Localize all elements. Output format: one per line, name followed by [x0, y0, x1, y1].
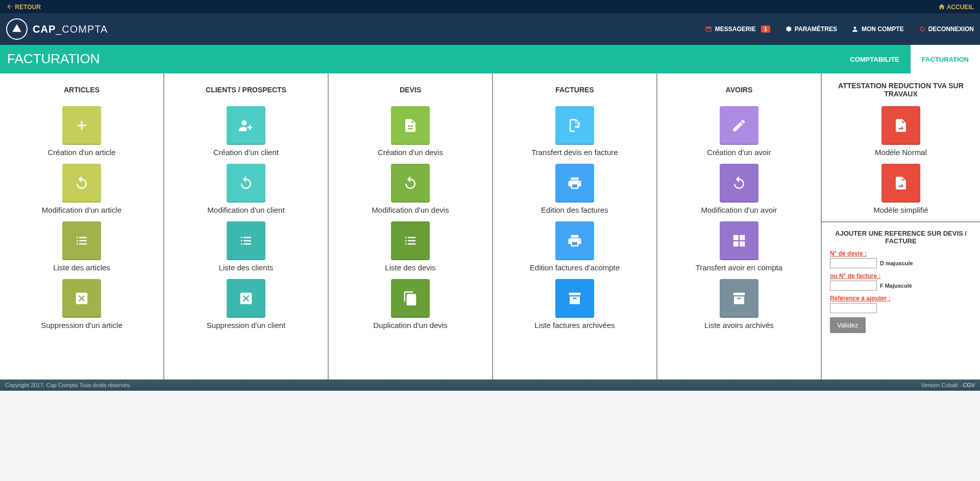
input-facture[interactable]: [830, 281, 877, 291]
gear-icon: [785, 26, 792, 33]
nav-parametres[interactable]: PARAMÈTRES: [785, 26, 837, 33]
col-clients: CLIENTS / PROSPECTS Création d'un client…: [164, 73, 329, 379]
col-devis-title: DEVIS: [333, 81, 488, 99]
undo-icon: [720, 164, 758, 202]
action-client-create[interactable]: Création d'un client: [168, 106, 324, 157]
cgv-link[interactable]: CGV: [963, 382, 975, 388]
input-devis[interactable]: [830, 258, 877, 268]
main-content: ARTICLES Création d'un article Modificat…: [0, 73, 980, 379]
action-devis-list[interactable]: Liste des devis: [333, 221, 488, 272]
action-devis-modify[interactable]: Modification d'un devis: [333, 164, 488, 214]
section-bar: FACTURATION COMPTABILITE FACTURATION: [0, 45, 980, 73]
action-article-delete[interactable]: Suppression d'un article: [4, 279, 159, 330]
nav-deconnexion[interactable]: DECONNEXION: [918, 26, 974, 33]
action-client-modify[interactable]: Modification d'un client: [168, 164, 324, 214]
action-facture-transfer-label: Transfert devis en facture: [531, 148, 618, 157]
messagerie-badge: 1: [761, 26, 770, 33]
user-icon: [851, 26, 859, 33]
undo-icon: [227, 164, 265, 202]
action-attestation-simple-label: Modèle simplifié: [873, 206, 928, 214]
action-avoir-modify[interactable]: Modification d'un avoir: [662, 164, 817, 214]
action-devis-create[interactable]: Création d'un devis: [333, 106, 488, 157]
col-avoirs: AVOIRS Création d'un avoir Modification …: [657, 73, 822, 379]
nav-messagerie[interactable]: MESSAGERIE 1: [705, 26, 770, 33]
home-label: ACCUEIL: [947, 4, 974, 11]
action-attestation-normal[interactable]: Modèle Normal: [826, 106, 976, 157]
delete-icon: [62, 279, 101, 318]
action-client-modify-label: Modification d'un client: [207, 206, 284, 214]
action-client-create-label: Création d'un client: [213, 148, 279, 157]
home-link[interactable]: ACCUEIL: [938, 3, 974, 11]
action-avoir-archive[interactable]: Liste avoirs archivés: [662, 279, 817, 330]
user-plus-icon: [227, 106, 265, 145]
col-attestation-title: ATTESTATION REDUCTION TVA SUR TRAVAUX: [826, 81, 976, 99]
archive-icon: [720, 279, 758, 318]
tab-comptabilite[interactable]: COMPTABILITE: [839, 45, 911, 73]
action-article-create-label: Création d'un article: [48, 148, 116, 157]
action-article-modify-label: Modification d'un article: [42, 206, 121, 214]
undo-icon: [391, 164, 430, 202]
list-icon: [62, 221, 101, 260]
action-article-list-label: Liste des articles: [53, 263, 110, 272]
arrow-left-icon: [6, 4, 13, 11]
col-articles: ARTICLES Création d'un article Modificat…: [0, 73, 164, 379]
action-avoir-modify-label: Modification d'un avoir: [701, 206, 777, 214]
action-avoir-transfer[interactable]: Transfert avoir en compta: [662, 221, 817, 272]
col-articles-title: ARTICLES: [4, 81, 159, 99]
action-facture-edit[interactable]: Edition des factures: [497, 164, 652, 214]
action-client-delete[interactable]: Suppression d'un client: [168, 279, 324, 330]
label-facture: ou N° de facture :: [830, 272, 972, 280]
transfer-icon: [555, 106, 594, 145]
nav-mon-compte[interactable]: MON COMPTE: [851, 26, 904, 33]
action-attestation-normal-label: Modèle Normal: [875, 148, 927, 157]
action-client-list[interactable]: Liste des clients: [168, 221, 324, 272]
print-icon: [555, 164, 594, 202]
section-tabs: COMPTABILITE FACTURATION: [839, 45, 980, 73]
list-icon: [391, 221, 430, 260]
action-devis-dup-label: Duplication d'un devis: [373, 321, 447, 330]
col-devis: DEVIS Création d'un devis Modification d…: [329, 73, 493, 379]
action-avoir-create-label: Création d'un avoir: [707, 148, 771, 157]
action-avoir-archive-label: Liste avoirs archivés: [704, 321, 774, 330]
reference-panel: AJOUTER UNE REFERENCE SUR DEVIS / FACTUR…: [822, 222, 980, 340]
label-reference: Référence à ajouter :: [830, 295, 972, 302]
col-factures-title: FACTURES: [497, 81, 652, 99]
col-factures: FACTURES Transfert devis en facture Edit…: [493, 73, 657, 379]
print-icon: [555, 221, 594, 260]
nav-deconnexion-label: DECONNEXION: [928, 26, 974, 33]
action-avoir-transfer-label: Transfert avoir en compta: [696, 263, 782, 272]
topbar: RETOUR ACCUEIL: [0, 0, 980, 13]
pdf-icon: [881, 164, 920, 202]
grid-icon: [720, 221, 758, 260]
brand: CAP_COMPTA: [6, 18, 108, 40]
input-reference[interactable]: [830, 303, 877, 313]
action-devis-modify-label: Modification d'un devis: [372, 206, 449, 214]
nav-mon-compte-label: MON COMPTE: [862, 26, 904, 33]
back-label: RETOUR: [15, 4, 40, 11]
action-avoir-create[interactable]: Création d'un avoir: [662, 106, 817, 157]
mail-icon: [705, 26, 712, 33]
action-attestation-simple[interactable]: Modèle simplifié: [826, 164, 976, 214]
action-article-list[interactable]: Liste des articles: [4, 221, 159, 272]
action-devis-list-label: Liste des devis: [385, 263, 435, 272]
undo-icon: [62, 164, 101, 202]
nav-messagerie-label: MESSAGERIE: [715, 26, 756, 33]
reference-panel-title: AJOUTER UNE REFERENCE SUR DEVIS / FACTUR…: [830, 230, 972, 245]
action-facture-archive[interactable]: Liste factures archivées: [497, 279, 652, 330]
validate-button[interactable]: Validez: [830, 317, 866, 333]
back-link[interactable]: RETOUR: [6, 3, 41, 11]
action-facture-transfer[interactable]: Transfert devis en facture: [497, 106, 652, 157]
action-article-modify[interactable]: Modification d'un article: [4, 164, 159, 214]
archive-icon: [555, 279, 594, 318]
header: CAP_COMPTA MESSAGERIE 1 PARAMÈTRES MON C…: [0, 13, 980, 45]
home-icon: [938, 4, 945, 11]
tab-facturation[interactable]: FACTURATION: [911, 45, 980, 73]
delete-icon: [227, 279, 265, 318]
action-client-list-label: Liste des clients: [219, 263, 274, 272]
action-article-create[interactable]: Création d'un article: [4, 106, 159, 157]
action-facture-acompte-label: Edition factures d'acompte: [530, 263, 620, 272]
action-devis-dup[interactable]: Duplication d'un devis: [333, 279, 488, 330]
action-facture-edit-label: Edition des factures: [541, 206, 608, 214]
action-facture-acompte[interactable]: Edition factures d'acompte: [497, 221, 652, 272]
nav-parametres-label: PARAMÈTRES: [795, 26, 837, 33]
